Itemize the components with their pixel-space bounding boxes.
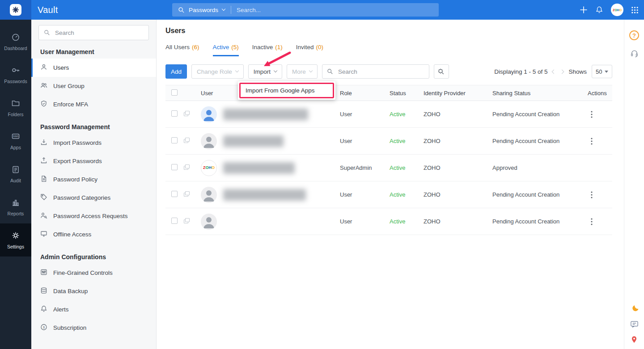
tab-count: (6) [192,44,199,50]
row-actions-kebab-icon[interactable] [586,191,593,198]
tab-inactive[interactable]: Inactive(1) [252,44,283,56]
settings-item-enforce-mfa[interactable]: Enforce MFA [31,95,156,114]
add-user-button[interactable]: Add [165,64,187,79]
settings-search[interactable] [38,25,149,40]
avatar [201,106,217,122]
user-avatar[interactable]: ZOHO [611,4,623,16]
select-all-checkbox[interactable] [171,89,178,96]
table-header: User Role Status Identity Provider Shari… [165,85,612,101]
row-actions-kebab-icon[interactable] [586,138,593,145]
user-name-redacted [223,162,295,174]
sidebar-item-dashboard[interactable]: Dashboard [0,25,31,58]
previous-page-icon[interactable] [552,69,556,74]
sharing-status-cell: Pending Account Creation [491,138,586,144]
status-badge: Active [388,111,422,118]
settings-item-subscription[interactable]: $ Subscription [31,319,156,337]
settings-item-offline-access[interactable]: Offline Access [31,225,156,244]
row-checkbox[interactable] [171,191,178,197]
more-button[interactable]: More [287,64,318,79]
sidebar-item-passwords[interactable]: Passwords [0,58,31,91]
settings-item-import-passwords[interactable]: Import Passwords [31,134,156,152]
users-toolbar: Add Change Role Import More [165,64,624,79]
feedback-chat-icon[interactable] [630,320,639,328]
table-row: User Active ZOHO Pending Account Creatio… [165,101,612,128]
shield-icon [40,100,47,109]
column-status: Status [388,90,422,97]
search-scope-dropdown[interactable]: Passwords [172,3,231,17]
sites-icon [183,164,199,172]
settings-item-alerts[interactable]: Alerts [31,300,156,319]
settings-item-password-policy[interactable]: Password Policy [31,170,156,189]
status-badge: Active [388,138,422,144]
settings-item-export-passwords[interactable]: Export Passwords [31,152,156,170]
tab-count: (0) [316,44,324,50]
tab-all-users[interactable]: All Users(6) [165,44,199,56]
support-headset-icon[interactable] [630,49,639,58]
advanced-search-button[interactable] [434,64,449,79]
main-content: Users All Users(6) Active(5) Inactive(1)… [157,20,624,349]
settings-item-data-backup[interactable]: Data Backup [31,282,156,300]
row-actions-kebab-icon[interactable] [586,218,593,225]
page-size-dropdown[interactable]: 50 [592,65,612,78]
next-page-icon[interactable] [560,69,564,74]
zoho-vault-app: Vault Passwords ZOHO [0,0,644,349]
identity-provider-cell: ZOHO [422,111,491,118]
row-checkbox[interactable] [171,218,178,224]
settings-item-users[interactable]: Users [31,59,156,77]
settings-item-password-categories[interactable]: Password Categories [31,189,156,207]
topbar-actions: ZOHO [580,0,640,20]
settings-item-password-access-requests[interactable]: Password Access Requests [31,207,156,225]
search-icon [327,68,333,75]
global-search-input[interactable] [231,7,439,13]
help-icon[interactable]: ? [629,30,639,40]
gear-icon [11,231,20,241]
page-title: Users [165,20,624,35]
dark-mode-moon-icon[interactable] [630,304,639,313]
sidebar-item-settings[interactable]: Settings [0,223,31,256]
role-cell: User [339,111,388,118]
status-badge: Active [388,218,422,225]
shows-label: Shows [568,68,587,75]
section-title-admin-configurations: Admin Configurations [31,244,156,264]
location-pin-icon[interactable] [630,336,638,344]
import-button[interactable]: Import [248,64,282,79]
policy-document-icon [40,175,47,184]
settings-item-user-group[interactable]: User Group [31,77,156,95]
sites-icon [183,191,199,199]
user-icon [40,63,47,72]
vault-home-button[interactable] [0,0,31,20]
row-actions-kebab-icon[interactable] [586,111,593,118]
chevron-down-icon [274,69,277,72]
column-role: Role [339,90,388,97]
notifications-bell-icon[interactable] [595,6,603,14]
apps-grid-icon[interactable] [631,6,639,14]
import-dropdown-menu: Import From Google Apps [238,81,335,100]
users-search-input[interactable] [337,68,424,76]
tab-active[interactable]: Active(5) [213,44,239,56]
settings-search-input[interactable] [54,29,144,37]
bar-chart-icon [11,198,20,208]
column-identity-provider: Identity Provider [422,90,491,97]
menu-item-import-from-google-apps[interactable]: Import From Google Apps [239,83,334,98]
sidebar-item-folders[interactable]: Folders [0,91,31,124]
add-new-icon[interactable] [580,6,588,14]
displaying-text: Displaying 1 - 5 of 5 [494,68,547,75]
tab-invited[interactable]: Invited(0) [296,44,323,56]
zoho-logo-avatar: ZOHO [201,160,217,176]
row-checkbox[interactable] [171,137,178,143]
users-search[interactable] [322,64,429,79]
sharing-status-cell: Pending Account Creation [491,111,586,118]
change-role-button[interactable]: Change Role [191,64,244,79]
currency-circle-icon: $ [40,324,47,332]
row-checkbox[interactable] [171,164,178,170]
identity-provider-cell: ZOHO [422,164,491,171]
role-cell: User [339,138,388,144]
column-sharing-status: Sharing Status [491,90,586,97]
sharing-status-cell: Approved [491,164,586,171]
sidebar-item-reports[interactable]: Reports [0,190,31,223]
avatar [201,214,217,230]
row-checkbox[interactable] [171,110,178,117]
settings-item-fine-grained-controls[interactable]: Fine-Grained Controls [31,264,156,282]
sidebar-item-apps[interactable]: SSO Apps [0,124,31,157]
sidebar-item-audit[interactable]: Audit [0,157,31,190]
